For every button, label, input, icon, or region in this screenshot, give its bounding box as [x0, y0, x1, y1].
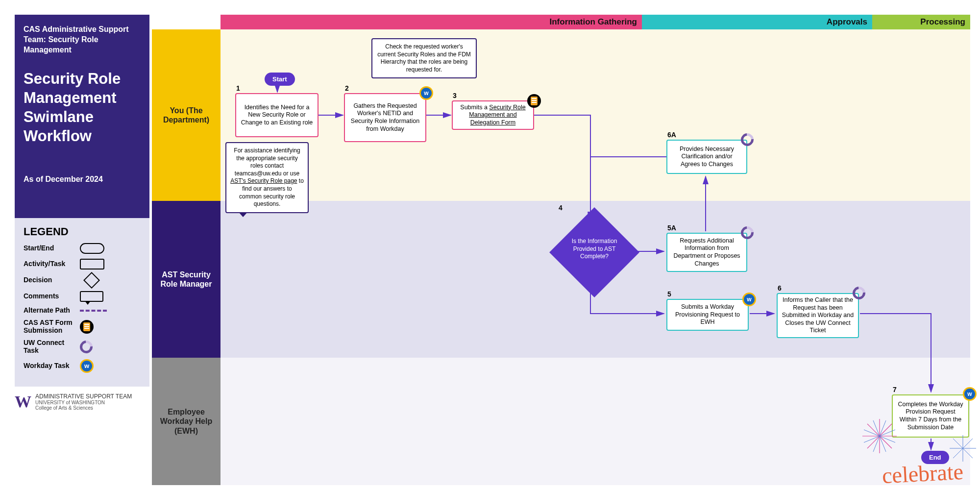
node-5: 5 Submits a Workday Provisioning Request… — [666, 299, 749, 331]
footer-line2: UNIVERSITY of WASHINGTON — [35, 400, 132, 405]
lane3-phase2-bg — [642, 358, 872, 485]
lane-ast-security-role-manager: AST Security Role Manager — [152, 201, 220, 358]
footer-line1: ADMINISTRATIVE SUPPORT TEAM — [35, 393, 132, 400]
workday-icon: w — [419, 86, 433, 100]
legend-decision-label: Decision — [24, 276, 80, 284]
node-6-text: Informs the Caller that the Request has … — [782, 296, 854, 335]
legend-start-end: Start/End — [24, 243, 141, 254]
svg-line-14 — [867, 424, 880, 436]
phase-information-gathering: Information Gathering — [220, 15, 642, 29]
legend-workday: Workday Taskw — [24, 359, 141, 373]
node-3: 3 Submits a Security Role Management and… — [452, 100, 534, 130]
node-2: 2 Gathers the Requested Worker's NETID a… — [344, 93, 426, 142]
lane2-phase3-bg — [872, 201, 970, 358]
celebrate-text: celebrate — [882, 459, 964, 489]
legend-comments-label: Comments — [24, 293, 80, 300]
footer-logo: W ADMINISTRATIVE SUPPORT TEAM UNIVERSITY… — [15, 392, 149, 411]
team-label: CAS Administrative Support Team: Securit… — [24, 24, 141, 55]
svg-line-26 — [963, 448, 973, 458]
legend-workday-label: Workday Task — [24, 362, 80, 369]
svg-line-28 — [953, 448, 963, 458]
node-2-number: 2 — [345, 84, 349, 93]
legend-comments: Comments — [24, 291, 141, 302]
legend-block: LEGEND Start/End Activity/Task Decision … — [15, 218, 149, 387]
legend-connect: UW Connect Task — [24, 339, 141, 354]
node-5-number: 5 — [667, 290, 671, 299]
node-6: 6 Informs the Caller that the Request ha… — [777, 293, 859, 338]
rectangle-icon — [80, 259, 104, 270]
as-of-date: As of December 2024 — [24, 175, 141, 184]
node-7: 7 Completes the Workday Provision Reques… — [892, 394, 969, 438]
lane1-phase3-bg — [872, 29, 970, 201]
legend-form: CAS AST Form Submission — [24, 319, 141, 334]
legend-activity-label: Activity/Task — [24, 260, 80, 268]
form-icon — [80, 320, 94, 334]
node-2-callout: Check the requested worker's current Sec… — [371, 38, 477, 78]
start-node: Start — [265, 73, 295, 86]
lane3-phase1-bg — [220, 358, 642, 485]
node-1-callout: For assistance identifying the appropria… — [225, 142, 309, 213]
ast-security-role-page-link[interactable]: AST's Security Role page — [230, 177, 297, 184]
lane-you-department: You (The Department) — [152, 29, 220, 201]
left-panel: CAS Administrative Support Team: Securit… — [15, 15, 149, 411]
node-1-text: Identifies the Need for a New Security R… — [240, 104, 314, 127]
comment-icon — [80, 291, 103, 302]
legend-altpath: Alternate Path — [24, 307, 141, 314]
node-7-text: Completes the Workday Provision Request … — [897, 401, 964, 432]
footer-line3: College of Arts & Sciences — [35, 405, 132, 411]
uw-logo-icon: W — [15, 392, 31, 411]
workday-icon: w — [963, 387, 977, 401]
legend-title: LEGEND — [24, 225, 141, 238]
legend-activity: Activity/Task — [24, 259, 141, 270]
capsule-icon — [80, 243, 104, 254]
workday-icon: w — [80, 359, 94, 373]
legend-start-end-label: Start/End — [24, 245, 80, 252]
svg-line-10 — [880, 436, 892, 448]
page-title: Security Role Management Swimlane Workfl… — [24, 70, 141, 146]
legend-connect-label: UW Connect Task — [24, 339, 80, 354]
node-1: 1 Identifies the Need for a New Security… — [235, 93, 318, 137]
node-6a-text: Provides Necessary Clarification and/or … — [671, 146, 742, 169]
uw-connect-icon — [77, 338, 96, 356]
node-3-number: 3 — [453, 92, 457, 100]
phase-approvals: Approvals — [642, 15, 872, 29]
node-6a: 6A Provides Necessary Clarification and/… — [666, 140, 747, 174]
node-7-number: 7 — [893, 386, 897, 394]
svg-line-30 — [953, 439, 963, 448]
dashed-line-icon — [80, 310, 107, 312]
svg-line-8 — [880, 424, 892, 436]
node-5-text: Submits a Workday Provisioning Request t… — [671, 303, 744, 326]
footer-text: ADMINISTRATIVE SUPPORT TEAM UNIVERSITY o… — [35, 393, 132, 411]
node-5a-text: Requests Additional Information from Dep… — [671, 237, 742, 268]
diamond-icon — [83, 272, 100, 289]
node-3-text-a: Submits a — [460, 104, 489, 111]
svg-line-24 — [963, 439, 973, 448]
lane-employee-workday-help: Employee Workday Help (EWH) — [152, 358, 220, 485]
node-3-text: Submits a Security Role Management and D… — [457, 104, 529, 127]
callout-1-text-a: For assistance identifying the appropria… — [234, 147, 300, 177]
node-6-number: 6 — [778, 284, 782, 293]
legend-altpath-label: Alternate Path — [24, 307, 80, 314]
node-4-text: Is the Information Provided to AST Compl… — [563, 238, 626, 261]
node-5a-number: 5A — [667, 224, 676, 233]
node-2-text: Gathers the Requested Worker's NETID and… — [349, 102, 421, 133]
workday-icon: w — [742, 293, 756, 306]
svg-line-12 — [867, 436, 880, 448]
node-1-number: 1 — [236, 84, 240, 93]
form-icon — [527, 94, 541, 108]
legend-decision: Decision — [24, 274, 141, 286]
title-block: CAS Administrative Support Team: Securit… — [15, 15, 149, 218]
firework-icon — [860, 416, 899, 456]
node-4-number: 4 — [559, 204, 563, 212]
node-5a: 5A Requests Additional Information from … — [666, 233, 747, 272]
phase-processing: Processing — [872, 15, 970, 29]
node-6a-number: 6A — [667, 131, 676, 140]
lane1-phase2-bg — [642, 29, 872, 201]
legend-form-label: CAS AST Form Submission — [24, 319, 80, 334]
